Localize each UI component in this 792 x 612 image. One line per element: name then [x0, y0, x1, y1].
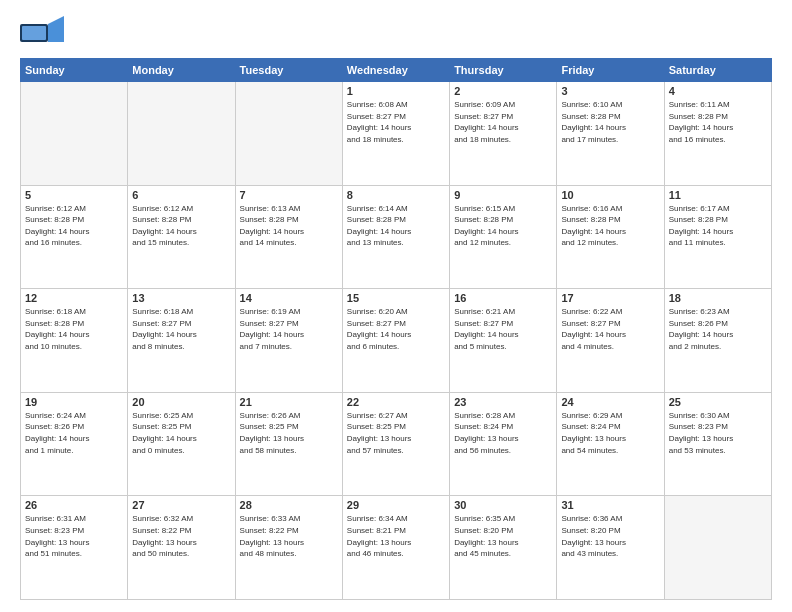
day-cell: 27Sunrise: 6:32 AMSunset: 8:22 PMDayligh…: [128, 496, 235, 600]
day-cell: 29Sunrise: 6:34 AMSunset: 8:21 PMDayligh…: [342, 496, 449, 600]
day-info: Sunrise: 6:14 AMSunset: 8:28 PMDaylight:…: [347, 203, 445, 249]
day-cell: 1Sunrise: 6:08 AMSunset: 8:27 PMDaylight…: [342, 82, 449, 186]
day-number: 28: [240, 499, 338, 511]
day-number: 21: [240, 396, 338, 408]
day-number: 27: [132, 499, 230, 511]
header: [20, 16, 772, 50]
day-info: Sunrise: 6:09 AMSunset: 8:27 PMDaylight:…: [454, 99, 552, 145]
day-cell: 12Sunrise: 6:18 AMSunset: 8:28 PMDayligh…: [21, 289, 128, 393]
day-info: Sunrise: 6:30 AMSunset: 8:23 PMDaylight:…: [669, 410, 767, 456]
day-cell: 19Sunrise: 6:24 AMSunset: 8:26 PMDayligh…: [21, 392, 128, 496]
day-cell: 16Sunrise: 6:21 AMSunset: 8:27 PMDayligh…: [450, 289, 557, 393]
day-number: 25: [669, 396, 767, 408]
day-number: 14: [240, 292, 338, 304]
day-cell: 22Sunrise: 6:27 AMSunset: 8:25 PMDayligh…: [342, 392, 449, 496]
svg-rect-3: [22, 26, 46, 40]
day-cell: 8Sunrise: 6:14 AMSunset: 8:28 PMDaylight…: [342, 185, 449, 289]
logo: [20, 16, 68, 50]
day-info: Sunrise: 6:15 AMSunset: 8:28 PMDaylight:…: [454, 203, 552, 249]
day-cell: 14Sunrise: 6:19 AMSunset: 8:27 PMDayligh…: [235, 289, 342, 393]
day-number: 6: [132, 189, 230, 201]
day-cell: 13Sunrise: 6:18 AMSunset: 8:27 PMDayligh…: [128, 289, 235, 393]
day-cell: 24Sunrise: 6:29 AMSunset: 8:24 PMDayligh…: [557, 392, 664, 496]
day-number: 22: [347, 396, 445, 408]
day-info: Sunrise: 6:23 AMSunset: 8:26 PMDaylight:…: [669, 306, 767, 352]
calendar: SundayMondayTuesdayWednesdayThursdayFrid…: [20, 58, 772, 600]
day-info: Sunrise: 6:24 AMSunset: 8:26 PMDaylight:…: [25, 410, 123, 456]
day-info: Sunrise: 6:35 AMSunset: 8:20 PMDaylight:…: [454, 513, 552, 559]
day-cell: 2Sunrise: 6:09 AMSunset: 8:27 PMDaylight…: [450, 82, 557, 186]
day-number: 19: [25, 396, 123, 408]
week-row-2: 5Sunrise: 6:12 AMSunset: 8:28 PMDaylight…: [21, 185, 772, 289]
day-info: Sunrise: 6:18 AMSunset: 8:28 PMDaylight:…: [25, 306, 123, 352]
day-cell: [235, 82, 342, 186]
day-info: Sunrise: 6:13 AMSunset: 8:28 PMDaylight:…: [240, 203, 338, 249]
day-number: 9: [454, 189, 552, 201]
day-cell: 5Sunrise: 6:12 AMSunset: 8:28 PMDaylight…: [21, 185, 128, 289]
day-number: 5: [25, 189, 123, 201]
day-number: 24: [561, 396, 659, 408]
weekday-header-monday: Monday: [128, 59, 235, 82]
day-cell: 28Sunrise: 6:33 AMSunset: 8:22 PMDayligh…: [235, 496, 342, 600]
day-cell: 6Sunrise: 6:12 AMSunset: 8:28 PMDaylight…: [128, 185, 235, 289]
day-cell: 25Sunrise: 6:30 AMSunset: 8:23 PMDayligh…: [664, 392, 771, 496]
day-number: 23: [454, 396, 552, 408]
day-number: 13: [132, 292, 230, 304]
day-info: Sunrise: 6:22 AMSunset: 8:27 PMDaylight:…: [561, 306, 659, 352]
day-number: 7: [240, 189, 338, 201]
day-info: Sunrise: 6:10 AMSunset: 8:28 PMDaylight:…: [561, 99, 659, 145]
weekday-header-thursday: Thursday: [450, 59, 557, 82]
day-info: Sunrise: 6:08 AMSunset: 8:27 PMDaylight:…: [347, 99, 445, 145]
day-info: Sunrise: 6:25 AMSunset: 8:25 PMDaylight:…: [132, 410, 230, 456]
week-row-3: 12Sunrise: 6:18 AMSunset: 8:28 PMDayligh…: [21, 289, 772, 393]
day-number: 2: [454, 85, 552, 97]
day-info: Sunrise: 6:29 AMSunset: 8:24 PMDaylight:…: [561, 410, 659, 456]
day-info: Sunrise: 6:26 AMSunset: 8:25 PMDaylight:…: [240, 410, 338, 456]
day-number: 1: [347, 85, 445, 97]
day-number: 15: [347, 292, 445, 304]
day-cell: 20Sunrise: 6:25 AMSunset: 8:25 PMDayligh…: [128, 392, 235, 496]
day-cell: [21, 82, 128, 186]
day-info: Sunrise: 6:17 AMSunset: 8:28 PMDaylight:…: [669, 203, 767, 249]
day-number: 26: [25, 499, 123, 511]
day-cell: 7Sunrise: 6:13 AMSunset: 8:28 PMDaylight…: [235, 185, 342, 289]
day-info: Sunrise: 6:12 AMSunset: 8:28 PMDaylight:…: [132, 203, 230, 249]
day-number: 8: [347, 189, 445, 201]
day-number: 11: [669, 189, 767, 201]
day-info: Sunrise: 6:36 AMSunset: 8:20 PMDaylight:…: [561, 513, 659, 559]
day-cell: [128, 82, 235, 186]
day-cell: 4Sunrise: 6:11 AMSunset: 8:28 PMDaylight…: [664, 82, 771, 186]
weekday-header-wednesday: Wednesday: [342, 59, 449, 82]
day-info: Sunrise: 6:34 AMSunset: 8:21 PMDaylight:…: [347, 513, 445, 559]
svg-marker-1: [48, 16, 64, 42]
day-cell: 26Sunrise: 6:31 AMSunset: 8:23 PMDayligh…: [21, 496, 128, 600]
day-number: 31: [561, 499, 659, 511]
week-row-4: 19Sunrise: 6:24 AMSunset: 8:26 PMDayligh…: [21, 392, 772, 496]
day-info: Sunrise: 6:20 AMSunset: 8:27 PMDaylight:…: [347, 306, 445, 352]
weekday-header-friday: Friday: [557, 59, 664, 82]
day-info: Sunrise: 6:28 AMSunset: 8:24 PMDaylight:…: [454, 410, 552, 456]
weekday-header-tuesday: Tuesday: [235, 59, 342, 82]
day-cell: 21Sunrise: 6:26 AMSunset: 8:25 PMDayligh…: [235, 392, 342, 496]
day-info: Sunrise: 6:21 AMSunset: 8:27 PMDaylight:…: [454, 306, 552, 352]
day-number: 29: [347, 499, 445, 511]
day-cell: 3Sunrise: 6:10 AMSunset: 8:28 PMDaylight…: [557, 82, 664, 186]
day-cell: 30Sunrise: 6:35 AMSunset: 8:20 PMDayligh…: [450, 496, 557, 600]
day-info: Sunrise: 6:31 AMSunset: 8:23 PMDaylight:…: [25, 513, 123, 559]
day-cell: [664, 496, 771, 600]
day-info: Sunrise: 6:12 AMSunset: 8:28 PMDaylight:…: [25, 203, 123, 249]
day-cell: 10Sunrise: 6:16 AMSunset: 8:28 PMDayligh…: [557, 185, 664, 289]
day-cell: 17Sunrise: 6:22 AMSunset: 8:27 PMDayligh…: [557, 289, 664, 393]
day-cell: 31Sunrise: 6:36 AMSunset: 8:20 PMDayligh…: [557, 496, 664, 600]
weekday-header-sunday: Sunday: [21, 59, 128, 82]
day-info: Sunrise: 6:32 AMSunset: 8:22 PMDaylight:…: [132, 513, 230, 559]
weekday-header-saturday: Saturday: [664, 59, 771, 82]
day-number: 18: [669, 292, 767, 304]
day-number: 20: [132, 396, 230, 408]
day-info: Sunrise: 6:19 AMSunset: 8:27 PMDaylight:…: [240, 306, 338, 352]
day-number: 12: [25, 292, 123, 304]
week-row-5: 26Sunrise: 6:31 AMSunset: 8:23 PMDayligh…: [21, 496, 772, 600]
day-number: 10: [561, 189, 659, 201]
day-number: 3: [561, 85, 659, 97]
page: SundayMondayTuesdayWednesdayThursdayFrid…: [0, 0, 792, 612]
